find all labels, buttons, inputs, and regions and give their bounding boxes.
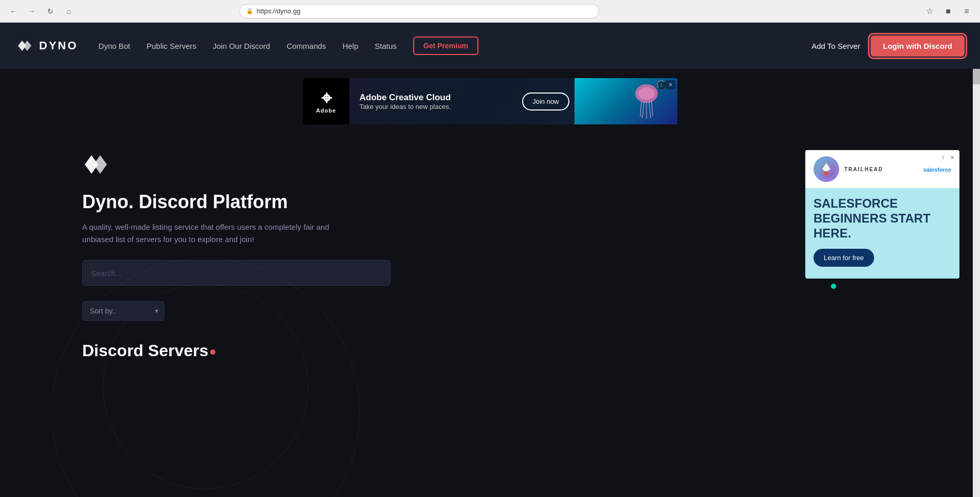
premium-button[interactable]: Get Premium xyxy=(413,36,478,55)
ad-top-text: Adobe Creative Cloud Take your ideas to … xyxy=(349,93,523,111)
section-title: Discord Servers xyxy=(82,341,898,360)
lock-icon: 🔒 xyxy=(246,8,253,14)
sort-wrapper: Sort by.. Most Members Recently Added Al… xyxy=(82,301,164,321)
forward-button[interactable]: → xyxy=(25,4,39,19)
nav-public-servers[interactable]: Public Servers xyxy=(146,42,196,50)
pocket-button[interactable]: ■ xyxy=(941,4,955,19)
add-to-server-button[interactable]: Add To Server xyxy=(811,42,860,50)
ad-sf-cta-button[interactable]: Learn for free xyxy=(813,249,874,267)
main-content: Dyno. Discord Platform A quality, well-m… xyxy=(0,130,980,438)
sort-dropdown[interactable]: Sort by.. Most Members Recently Added Al… xyxy=(82,301,164,321)
nav-join-discord[interactable]: Join Our Discord xyxy=(213,42,270,50)
ad-sf-info-button[interactable]: i xyxy=(939,153,947,161)
nav-commands[interactable]: Commands xyxy=(287,42,326,50)
servers-section-header: Discord Servers xyxy=(82,341,898,360)
browser-chrome: ← → ↻ ⌂ 🔒 https://dyno.gg ☆ ■ ≡ xyxy=(0,0,980,23)
svg-point-1 xyxy=(638,87,655,100)
navbar: DYNO Dyno Bot Public Servers Join Our Di… xyxy=(0,23,980,69)
ad-sf-footer: i ✕ xyxy=(939,153,956,161)
red-dot-indicator xyxy=(210,349,215,355)
adobe-logo: ⌖ Adobe xyxy=(303,78,349,124)
url-text: https://dyno.gg xyxy=(256,7,300,15)
deco-circle-2 xyxy=(51,258,360,497)
nav-status[interactable]: Status xyxy=(375,42,397,50)
address-bar[interactable]: 🔒 https://dyno.gg xyxy=(239,4,599,19)
sf-right-logo: salesforce xyxy=(923,164,951,174)
nav-help[interactable]: Help xyxy=(342,42,358,50)
salesforce-ad[interactable]: TRAILHEAD salesforce SALESFORCE BEGINNER… xyxy=(805,150,959,279)
adobe-a-letter: ⌖ xyxy=(321,89,331,107)
ad-sf-close-button[interactable]: ✕ xyxy=(948,153,956,161)
adobe-brand: Adobe xyxy=(316,107,336,114)
trailhead-label: TRAILHEAD xyxy=(844,167,883,172)
scrollbar[interactable] xyxy=(973,23,980,497)
ad-sf-header: TRAILHEAD salesforce xyxy=(805,150,959,188)
svg-line-2 xyxy=(640,101,641,117)
login-discord-button[interactable]: Login with Discord xyxy=(871,35,965,57)
dyno-logo-large xyxy=(82,150,111,179)
right-side-ad: TRAILHEAD salesforce SALESFORCE BEGINNER… xyxy=(805,150,959,279)
ad-info-button[interactable]: i xyxy=(657,80,666,89)
logo-text: DYNO xyxy=(39,39,78,52)
page-title: Dyno. Discord Platform xyxy=(82,191,898,213)
trailhead-brand-text: TRAILHEAD xyxy=(844,167,883,172)
top-ad-banner: ⌖ Adobe Adobe Creative Cloud Take your i… xyxy=(0,69,980,130)
ad-sf-title: SALESFORCE BEGINNERS START HERE. xyxy=(813,196,951,241)
menu-button[interactable]: ≡ xyxy=(959,4,974,19)
teal-dot xyxy=(831,284,836,289)
svg-line-3 xyxy=(642,102,644,118)
page-subtitle: A quality, well-made listing service tha… xyxy=(82,221,339,246)
ad-top-headline: Adobe Creative Cloud xyxy=(360,93,512,103)
svg-line-6 xyxy=(652,101,653,117)
navbar-right: Add To Server Login with Discord xyxy=(811,35,965,57)
bookmark-button[interactable]: ☆ xyxy=(922,4,937,19)
svg-point-9 xyxy=(824,171,828,175)
browser-right-icons: ☆ ■ ≡ xyxy=(922,4,974,19)
search-input[interactable] xyxy=(82,260,391,286)
search-container xyxy=(82,260,391,286)
svg-line-5 xyxy=(649,102,651,118)
top-ad-inner[interactable]: ⌖ Adobe Adobe Creative Cloud Take your i… xyxy=(303,78,677,124)
jellyfish-illustration xyxy=(631,83,662,119)
dyno-logo-icon xyxy=(15,36,34,55)
ad-sf-body: SALESFORCE BEGINNERS START HERE. Learn f… xyxy=(805,188,959,275)
navbar-links: Dyno Bot Public Servers Join Our Discord… xyxy=(99,36,812,55)
trailhead-logo xyxy=(813,156,839,182)
section-title-text: Discord Servers xyxy=(82,341,208,360)
ad-close-button[interactable]: ✕ xyxy=(666,80,675,89)
logo-link[interactable]: DYNO xyxy=(15,36,78,55)
ad-join-button[interactable]: Join now xyxy=(522,93,569,111)
sf-brand-label: salesforce xyxy=(923,167,951,173)
home-button[interactable]: ⌂ xyxy=(62,4,76,19)
back-button[interactable]: ← xyxy=(6,4,21,19)
nav-dyno-bot[interactable]: Dyno Bot xyxy=(99,42,131,50)
reload-button[interactable]: ↻ xyxy=(43,4,58,19)
ad-top-subtext: Take your ideas to new places. xyxy=(360,103,512,111)
trailhead-logo-svg xyxy=(816,159,837,179)
